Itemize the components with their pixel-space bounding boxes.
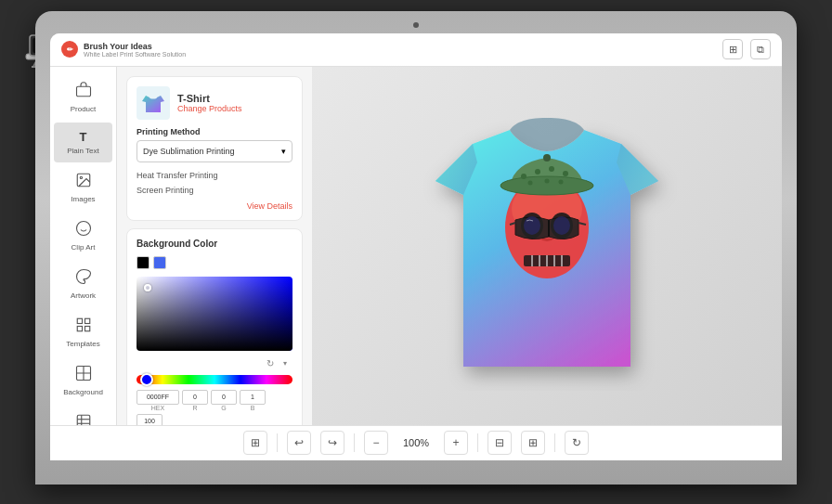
a-input[interactable] <box>136 414 162 425</box>
refresh-icon: ↻ <box>572 436 581 449</box>
redo-btn[interactable]: ↪ <box>320 431 344 455</box>
top-bar: ✏ Brush Your Ideas White Label Print Sof… <box>50 33 782 67</box>
svg-point-13 <box>80 176 82 178</box>
toolbar-separator-2 <box>354 433 355 452</box>
hue-slider[interactable] <box>136 375 292 384</box>
svg-point-50 <box>543 154 551 162</box>
grid2-icon: ⊞ <box>528 436 538 449</box>
sidebar-item-artwork-label: Artwork <box>71 291 96 300</box>
color-input-r-group: R <box>182 390 208 411</box>
color-input-a-group: A <box>136 414 162 425</box>
option-screen-printing[interactable]: Screen Printing <box>136 183 292 198</box>
layers-btn[interactable]: ⊟ <box>488 431 512 455</box>
sidebar-item-clipart[interactable]: Clip Art <box>54 213 112 259</box>
change-products-link[interactable]: Change Products <box>177 104 242 113</box>
product-header: T-Shirt Change Products <box>136 86 292 120</box>
topbar-icon1[interactable]: ⊞ <box>722 39 743 59</box>
svg-point-47 <box>528 180 533 185</box>
top-bar-icons: ⊞ ⧉ <box>722 39 771 59</box>
background-icon <box>75 365 92 385</box>
color-swatches-row <box>136 256 292 269</box>
b-label: B <box>251 405 255 411</box>
product-info: T-Shirt Change Products <box>177 93 242 113</box>
hex-input[interactable] <box>136 390 179 405</box>
svg-rect-11 <box>76 86 90 97</box>
product-card: T-Shirt Change Products Printing Method … <box>126 76 303 221</box>
preview-area <box>312 67 782 425</box>
sidebar-item-plain-text[interactable]: T Plain Text <box>54 123 112 162</box>
sidebar-item-templates-label: Templates <box>66 340 99 348</box>
tshirt-container <box>417 88 677 404</box>
sidebar-item-images-label: Images <box>71 195 95 203</box>
laptop-outer: ✏ Brush Your Ideas White Label Print Sof… <box>35 11 797 485</box>
zoom-out-btn[interactable]: − <box>364 431 388 455</box>
grid-toggle-btn[interactable]: ⊞ <box>243 431 267 455</box>
sidebar-item-background[interactable]: Background <box>54 357 112 404</box>
svg-point-45 <box>549 166 554 172</box>
refresh-btn[interactable]: ↻ <box>565 431 589 455</box>
templates-data-icon <box>75 413 92 425</box>
sidebar-item-clipart-label: Clip Art <box>72 243 96 252</box>
color-inputs-row: HEX R G <box>136 390 292 425</box>
color-info-btn[interactable]: ▾ <box>278 356 292 371</box>
option-heat-transfer[interactable]: Heat Transfer Printing <box>136 168 292 183</box>
logo-text: Brush Your Ideas White Label Print Softw… <box>84 42 186 58</box>
svg-rect-17 <box>77 318 82 323</box>
logo-icon: ✏ <box>61 41 78 58</box>
color-picker-gradient-box[interactable] <box>136 277 292 351</box>
view-details-link[interactable]: View Details <box>136 201 292 211</box>
svg-rect-18 <box>84 318 89 323</box>
color-input-g-group: G <box>211 390 237 411</box>
background-color-title: Background Color <box>136 239 292 249</box>
color-input-b-group: B <box>240 390 266 411</box>
color-picker-handle <box>144 284 151 291</box>
images-icon <box>75 172 92 192</box>
minus-icon: − <box>372 436 379 449</box>
sidebar-item-background-label: Background <box>63 388 103 396</box>
topbar-icon2[interactable]: ⧉ <box>750 39 771 59</box>
bottom-toolbar: ⊞ ↩ ↪ − 100% + <box>50 425 782 460</box>
swatch-black[interactable] <box>136 256 150 269</box>
sidebar-item-product-label: Product <box>71 105 97 113</box>
svg-point-33 <box>524 216 540 235</box>
toolbar-separator-1 <box>277 433 278 452</box>
redo-icon: ↪ <box>328 436 337 449</box>
swatch-blue[interactable] <box>153 256 166 269</box>
g-input[interactable] <box>211 390 237 405</box>
color-refresh-btn[interactable]: ↻ <box>263 356 278 371</box>
sidebar-item-images[interactable]: Images <box>54 164 112 211</box>
g-label: G <box>221 405 226 411</box>
layers-icon: ⊟ <box>495 436 504 449</box>
svg-point-46 <box>563 171 568 176</box>
toolbar-separator-4 <box>554 433 555 452</box>
sidebar-item-plain-text-label: Plain Text <box>67 147 99 155</box>
sidebar-item-templates[interactable]: Templates <box>54 309 112 355</box>
sidebar-item-templates-data[interactable]: Templates Data <box>54 406 112 425</box>
app-window: ✏ Brush Your Ideas White Label Print Sof… <box>50 33 782 460</box>
zoom-in-btn[interactable]: + <box>444 431 468 455</box>
grid-icon: ⊞ <box>251 436 260 449</box>
sidebar: Product T Plain Text <box>50 67 117 425</box>
dropdown-arrow-icon: ▾ <box>281 147 286 156</box>
r-input[interactable] <box>182 390 208 405</box>
sidebar-item-product[interactable]: Product <box>54 74 112 121</box>
svg-point-49 <box>559 179 564 184</box>
product-icon <box>75 82 92 102</box>
dropdown-selected-value: Dye Sublimation Printing <box>143 147 235 156</box>
sidebar-item-artwork[interactable]: Artwork <box>54 261 112 307</box>
printing-method-dropdown[interactable]: Dye Sublimation Printing ▾ <box>136 140 292 162</box>
svg-rect-19 <box>84 326 89 330</box>
svg-point-48 <box>545 178 550 183</box>
product-title: T-Shirt <box>177 93 242 104</box>
undo-btn[interactable]: ↩ <box>287 431 311 455</box>
toolbar-separator-3 <box>477 433 478 452</box>
b-input[interactable] <box>240 390 266 405</box>
laptop-screen: ✏ Brush Your Ideas White Label Print Sof… <box>50 33 782 460</box>
templates-icon <box>75 317 92 337</box>
color-input-hex-group: HEX <box>136 390 179 411</box>
r-label: R <box>192 405 197 411</box>
svg-point-44 <box>535 169 540 174</box>
grid2-btn[interactable]: ⊞ <box>521 431 545 455</box>
background-color-panel: Background Color <box>126 228 303 425</box>
undo-icon: ↩ <box>294 436 304 449</box>
